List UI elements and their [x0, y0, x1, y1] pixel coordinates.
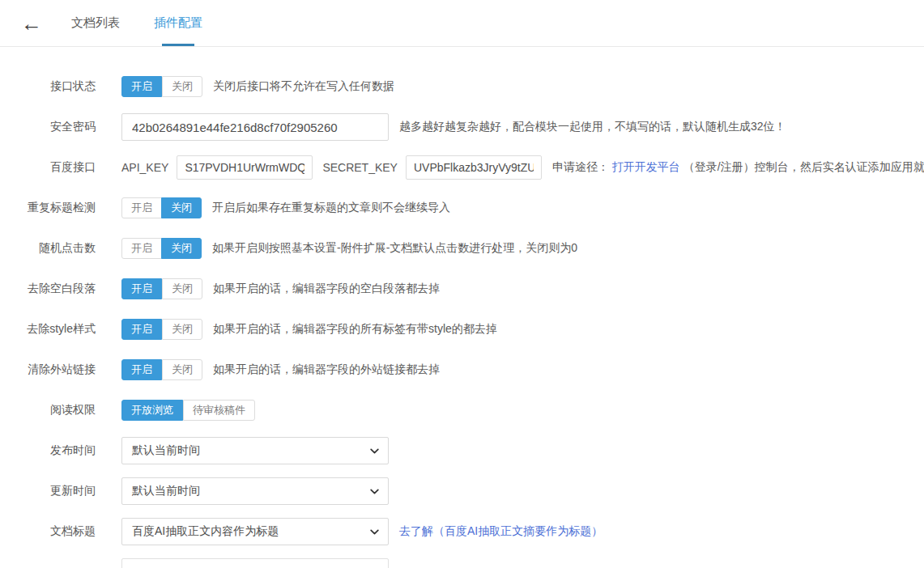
publish-time-select[interactable]: 默认当前时间 [121, 437, 389, 464]
toggle-off-button[interactable]: 关闭 [162, 359, 202, 380]
remove-blank-toggle: 开启 关闭 [121, 278, 202, 299]
hint-text: 如果开启则按照基本设置-附件扩展-文档默认点击数进行处理，关闭则为0 [212, 241, 577, 256]
chevron-down-icon [369, 486, 380, 497]
api-key-input[interactable] [177, 155, 313, 180]
api-status-toggle: 开启 关闭 [121, 76, 202, 97]
field-label: 接口状态 [0, 79, 96, 94]
toggle-on-button[interactable]: 开启 [121, 278, 162, 299]
plugin-config-form: 接口状态 开启 关闭 关闭后接口将不允许在写入任何数据 安全密码 越多越好越复杂… [0, 47, 924, 568]
secret-key-input[interactable] [406, 155, 542, 180]
field-label: 更新时间 [0, 484, 96, 498]
hint-text: 如果开启的话，编辑器字段的外站链接都去掉 [213, 362, 440, 377]
duplicate-title-toggle: 开启 关闭 [121, 197, 202, 218]
selected-value: 默认当前时间 [132, 484, 200, 498]
partial-input[interactable] [121, 558, 389, 568]
dev-platform-link[interactable]: 打开开发平台 [612, 160, 680, 173]
read-permission-toggle: 开放浏览 待审核稿件 [121, 400, 255, 421]
field-label: 重复标题检测 [0, 201, 96, 215]
row-update-time: 更新时间 默认当前时间 [0, 477, 924, 505]
toggle-on-button[interactable]: 开启 [121, 76, 162, 97]
row-duplicate-title-check: 重复标题检测 开启 关闭 开启后如果存在重复标题的文章则不会继续导入 [0, 194, 924, 222]
field-label: 发布时间 [0, 443, 96, 458]
field-label: 百度接口 [0, 160, 96, 175]
apply-path-label: 申请途径： [552, 160, 609, 173]
chevron-down-icon [369, 527, 380, 537]
field-label: 清除外站链接 [0, 362, 96, 377]
toggle-on-button[interactable]: 开启 [121, 359, 162, 380]
hint-text: 开启后如果存在重复标题的文章则不会继续导入 [212, 201, 450, 215]
selected-value: 百度AI抽取正文内容作为标题 [132, 524, 279, 539]
row-baidu-api: 百度接口 API_KEY SECRET_KEY 申请途径： 打开开发平台 （登录… [0, 154, 924, 181]
tab-plugin-config[interactable]: 插件配置 [154, 0, 202, 46]
row-random-clicks: 随机点击数 开启 关闭 如果开启则按照基本设置-附件扩展-文档默认点击数进行处理… [0, 235, 924, 262]
remove-external-links-toggle: 开启 关闭 [121, 359, 202, 380]
remove-style-toggle: 开启 关闭 [121, 319, 202, 340]
update-time-select[interactable]: 默认当前时间 [121, 477, 389, 505]
back-arrow-icon[interactable]: ← [21, 13, 49, 34]
toggle-off-button[interactable]: 关闭 [161, 197, 202, 218]
row-security-password: 安全密码 越多越好越复杂越好，配合模块一起使用，不填写的话，默认随机生成32位！ [0, 113, 924, 141]
toggle-off-button[interactable]: 关闭 [162, 278, 202, 299]
hint-text: 越多越好越复杂越好，配合模块一起使用，不填写的话，默认随机生成32位！ [399, 120, 786, 134]
toggle-off-button[interactable]: 关闭 [162, 76, 202, 97]
header: ← 文档列表 插件配置 [0, 0, 924, 47]
field-label: 去除空白段落 [0, 282, 96, 296]
row-read-permission: 阅读权限 开放浏览 待审核稿件 [0, 396, 924, 424]
row-publish-time: 发布时间 默认当前时间 [0, 437, 924, 464]
row-remove-blank-paragraphs: 去除空白段落 开启 关闭 如果开启的话，编辑器字段的空白段落都去掉 [0, 275, 924, 303]
tab-doc-list[interactable]: 文档列表 [71, 0, 120, 46]
secret-key-label: SECRET_KEY [322, 161, 398, 174]
pending-review-button[interactable]: 待审核稿件 [183, 400, 255, 421]
row-doc-title: 文档标题 百度AI抽取正文内容作为标题 去了解（百度AI抽取正文摘要作为标题） [0, 518, 924, 545]
toggle-on-button[interactable]: 开启 [121, 319, 162, 340]
tab-bar: 文档列表 插件配置 [71, 0, 236, 46]
field-label: 去除style样式 [0, 322, 96, 337]
toggle-off-button[interactable]: 关闭 [162, 319, 202, 340]
row-api-status: 接口状态 开启 关闭 关闭后接口将不允许在写入任何数据 [0, 73, 924, 100]
field-label: 安全密码 [0, 120, 96, 134]
field-label: 文档标题 [0, 524, 96, 539]
hint-text: 如果开启的话，编辑器字段的所有标签有带style的都去掉 [213, 322, 497, 337]
apply-path-suffix: （登录/注册）控制台，然后实名认证添加应用就看到了 [683, 160, 924, 173]
field-label: 阅读权限 [0, 403, 96, 418]
learn-more-link[interactable]: 去了解（百度AI抽取正文摘要作为标题） [399, 524, 603, 539]
chevron-down-icon [369, 446, 380, 456]
random-clicks-toggle: 开启 关闭 [121, 238, 202, 259]
toggle-on-button[interactable]: 开启 [121, 238, 162, 259]
selected-value: 默认当前时间 [132, 443, 200, 458]
open-browse-button[interactable]: 开放浏览 [121, 400, 183, 421]
toggle-off-button[interactable]: 关闭 [161, 238, 202, 259]
api-key-label: API_KEY [121, 161, 168, 174]
hint-text: 如果开启的话，编辑器字段的空白段落都去掉 [213, 282, 440, 296]
hint-text: 申请途径： 打开开发平台 （登录/注册）控制台，然后实名认证添加应用就看到了 [552, 160, 924, 175]
field-label: 随机点击数 [0, 241, 96, 256]
row-remove-external-links: 清除外站链接 开启 关闭 如果开启的话，编辑器字段的外站链接都去掉 [0, 356, 924, 384]
toggle-on-button[interactable]: 开启 [121, 197, 162, 218]
hint-text: 关闭后接口将不允许在写入任何数据 [213, 79, 394, 94]
doc-title-select[interactable]: 百度AI抽取正文内容作为标题 [121, 518, 389, 545]
row-remove-style: 去除style样式 开启 关闭 如果开启的话，编辑器字段的所有标签有带style… [0, 316, 924, 343]
security-password-input[interactable] [121, 113, 389, 141]
